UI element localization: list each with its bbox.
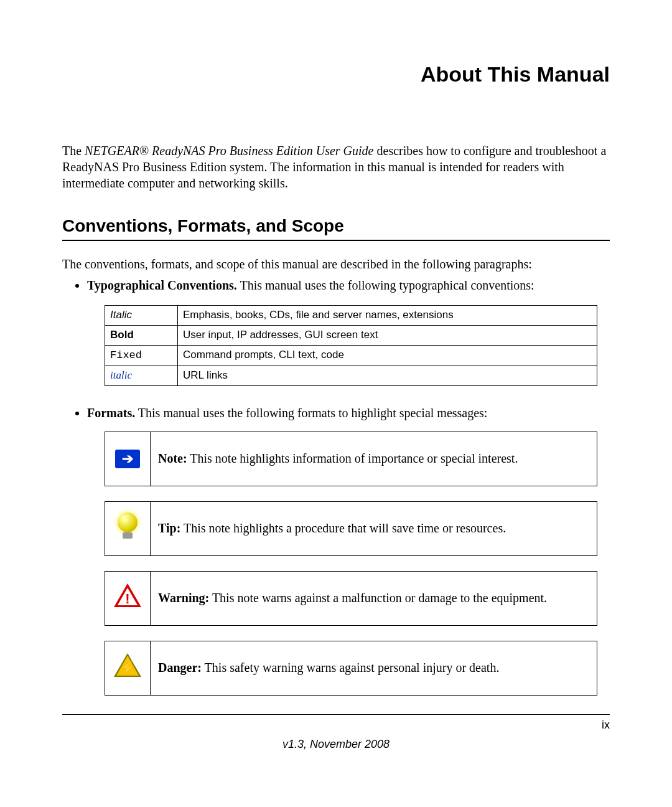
conv-desc: Command prompts, CLI text, code (178, 345, 597, 366)
intro-pre: The (62, 144, 85, 158)
danger-triangle-icon: ⚡ (114, 653, 141, 678)
danger-text: This safety warning warns against person… (202, 661, 499, 674)
version-footer: v1.3, November 2008 (62, 738, 610, 751)
warning-text-cell: Warning: This note warns against a malfu… (151, 571, 597, 625)
footer-rule (62, 714, 610, 715)
conv-desc: User input, IP addresses, GUI screen tex… (178, 325, 597, 345)
danger-text-cell: Danger: This safety warning warns agains… (151, 641, 597, 695)
warning-callout: ! Warning: This note warns against a mal… (105, 571, 597, 626)
warning-triangle-icon: ! (114, 583, 141, 608)
page-number: ix (62, 719, 610, 732)
intro-emphasis: NETGEAR® ReadyNAS Pro Business Edition U… (85, 144, 373, 158)
note-text-cell: Note: This note highlights information o… (151, 432, 597, 486)
danger-callout: ⚡ Danger: This safety warning warns agai… (105, 641, 597, 696)
bullet-list: Typographical Conventions. This manual u… (62, 277, 610, 696)
conventions-intro: The conventions, formats, and scope of t… (62, 256, 610, 272)
table-row: italic URL links (105, 366, 597, 385)
tip-label: Tip: (158, 521, 180, 535)
tip-icon-cell (105, 501, 151, 555)
conv-label: italic (110, 369, 132, 381)
conv-label: Fixed (110, 349, 142, 361)
warning-label: Warning: (158, 591, 209, 605)
bullet-typographical: Typographical Conventions. This manual u… (87, 277, 610, 386)
formats-label: Formats. (87, 406, 135, 420)
bullet-formats: Formats. This manual uses the following … (87, 405, 610, 696)
note-icon-cell: ➔ (105, 432, 151, 486)
warning-text: This note warns against a malfunction or… (209, 591, 547, 605)
table-row: Fixed Command prompts, CLI text, code (105, 345, 597, 366)
conv-desc: Emphasis, books, CDs, file and server na… (178, 306, 597, 326)
typographical-label: Typographical Conventions. (87, 278, 237, 292)
arrow-icon: ➔ (115, 450, 140, 468)
conv-label: Bold (110, 329, 134, 341)
page-content: About This Manual The NETGEAR® ReadyNAS … (0, 0, 672, 776)
tip-text: This note highlights a procedure that wi… (180, 521, 506, 535)
page-title: About This Manual (62, 62, 610, 87)
conv-label: Italic (110, 309, 132, 321)
note-label: Note: (158, 451, 187, 465)
tip-text-cell: Tip: This note highlights a procedure th… (151, 501, 597, 555)
table-row: Bold User input, IP addresses, GUI scree… (105, 325, 597, 345)
tip-callout: Tip: This note highlights a procedure th… (105, 501, 597, 556)
warning-icon-cell: ! (105, 571, 151, 625)
danger-icon-cell: ⚡ (105, 641, 151, 695)
table-row: Italic Emphasis, books, CDs, file and se… (105, 306, 597, 326)
note-text: This note highlights information of impo… (187, 451, 518, 465)
lightbulb-icon (114, 507, 141, 545)
conv-desc: URL links (178, 366, 597, 385)
note-callout: ➔ Note: This note highlights information… (105, 432, 597, 486)
danger-label: Danger: (158, 661, 202, 674)
intro-paragraph: The NETGEAR® ReadyNAS Pro Business Editi… (62, 143, 610, 191)
section-heading: Conventions, Formats, and Scope (62, 216, 610, 241)
conventions-table: Italic Emphasis, books, CDs, file and se… (105, 305, 597, 386)
typographical-text: This manual uses the following typograph… (237, 278, 534, 292)
formats-text: This manual uses the following formats t… (135, 406, 487, 420)
